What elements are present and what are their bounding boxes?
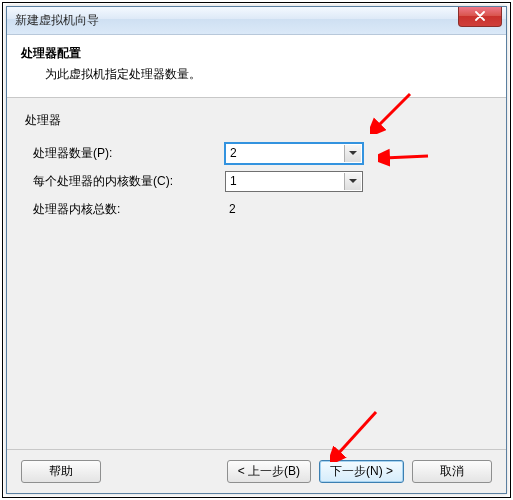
header-title: 处理器配置 xyxy=(21,45,492,62)
wizard-window: 新建虚拟机向导 处理器配置 为此虚拟机指定处理器数量。 处理器 处理器数量(P)… xyxy=(6,6,507,494)
row-processor-count: 处理器数量(P): 2 xyxy=(25,139,488,167)
help-button[interactable]: 帮助 xyxy=(21,460,101,483)
close-button[interactable] xyxy=(458,7,502,27)
processor-count-label: 处理器数量(P): xyxy=(25,145,225,162)
footer-panel: 帮助 < 上一步(B) 下一步(N) > 取消 xyxy=(7,449,506,493)
header-subtitle: 为此虚拟机指定处理器数量。 xyxy=(21,66,492,83)
processor-count-value: 2 xyxy=(230,146,237,160)
back-button[interactable]: < 上一步(B) xyxy=(227,460,311,483)
total-cores-value: 2 xyxy=(225,202,236,216)
header-panel: 处理器配置 为此虚拟机指定处理器数量。 xyxy=(7,35,506,98)
chevron-down-icon xyxy=(344,145,361,162)
window-title: 新建虚拟机向导 xyxy=(15,12,99,29)
processor-count-dropdown[interactable]: 2 xyxy=(225,143,363,164)
cores-per-processor-value: 1 xyxy=(230,174,237,188)
cores-per-processor-label: 每个处理器的内核数量(C): xyxy=(25,173,225,190)
next-button[interactable]: 下一步(N) > xyxy=(319,460,404,483)
row-cores-per-processor: 每个处理器的内核数量(C): 1 xyxy=(25,167,488,195)
cores-per-processor-dropdown[interactable]: 1 xyxy=(225,171,363,192)
close-icon xyxy=(475,10,485,24)
chevron-down-icon xyxy=(344,173,361,190)
cancel-button[interactable]: 取消 xyxy=(412,460,492,483)
total-cores-label: 处理器内核总数: xyxy=(25,201,225,218)
section-label: 处理器 xyxy=(25,112,488,129)
titlebar: 新建虚拟机向导 xyxy=(7,7,506,35)
body-panel: 处理器 处理器数量(P): 2 每个处理器的内核数量(C): 1 处理器内核总数… xyxy=(7,98,506,449)
row-total-cores: 处理器内核总数: 2 xyxy=(25,195,488,223)
